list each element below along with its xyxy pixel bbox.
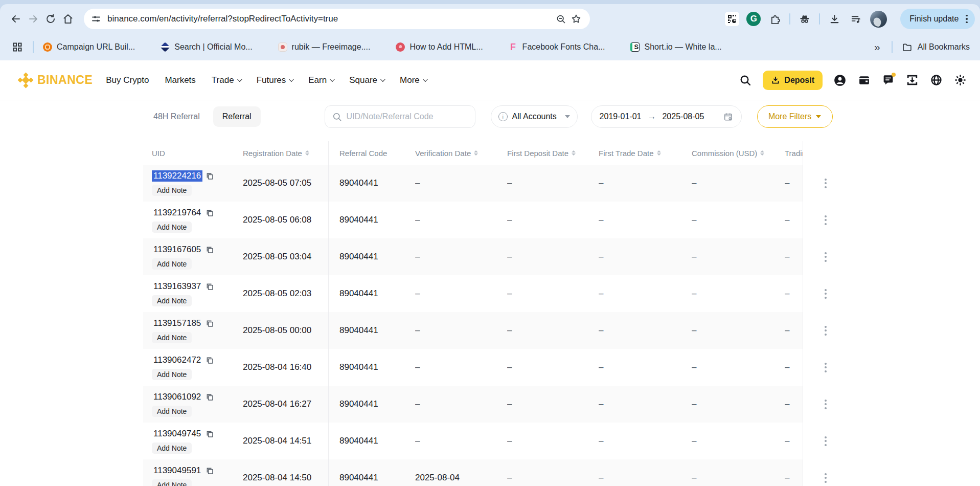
extensions-button[interactable] [768,12,782,26]
row-menu-button[interactable] [823,212,829,228]
uid-value[interactable]: 1139062472 [152,355,202,366]
back-button[interactable] [7,10,25,28]
bookmark-item[interactable]: Search | Official Mo... [161,42,252,52]
uid-value[interactable]: 1139163937 [152,281,202,292]
search-input[interactable] [347,112,468,121]
bookmark-item[interactable]: Campaign URL Buil... [43,42,135,52]
copy-icon[interactable] [206,246,214,254]
sort-icon[interactable] [760,150,764,156]
column-header[interactable]: First Deposit Date [507,149,599,158]
copy-icon[interactable] [206,319,214,328]
column-header[interactable]: UID [143,149,243,158]
row-menu-button[interactable] [823,433,829,449]
uid-value[interactable]: 1139061092 [152,391,202,403]
row-menu-button[interactable] [823,396,829,412]
accounts-filter[interactable]: i All Accounts [491,105,578,128]
forward-button[interactable] [25,10,42,28]
tab-referral[interactable]: Referral [213,106,261,127]
add-note-button[interactable]: Add Note [152,222,192,233]
add-note-button[interactable]: Add Note [152,443,192,454]
media-controls-button[interactable] [849,12,863,26]
bookmarks-overflow-button[interactable]: » [872,42,882,52]
qr-extension-button[interactable] [725,12,739,26]
add-note-button[interactable]: Add Note [152,185,192,196]
home-button[interactable] [59,10,77,28]
browser-menu-icon[interactable] [964,13,970,26]
nav-item[interactable]: More [400,75,426,85]
add-note-button[interactable]: Add Note [152,406,192,417]
copy-icon[interactable] [206,282,214,291]
copy-icon[interactable] [206,430,214,438]
row-menu-button[interactable] [823,175,829,191]
transfer-button[interactable] [905,74,919,87]
row-menu-button[interactable] [823,470,829,486]
add-note-button[interactable]: Add Note [152,332,192,343]
bookmark-item[interactable]: rubik — Freeimage.... [278,42,371,52]
finish-update-button[interactable]: Finish update [900,9,975,29]
downloads-button[interactable] [827,12,841,26]
row-menu-button[interactable] [823,249,829,265]
nav-item[interactable]: Trade [212,75,241,85]
bookmark-item[interactable]: Facebook Fonts Cha... [509,42,605,52]
row-menu-button[interactable] [823,286,829,302]
add-note-button[interactable]: Add Note [152,258,192,270]
tab-48h-referral[interactable]: 48H Referral [153,112,200,121]
apps-button[interactable] [10,40,25,54]
sort-icon[interactable] [474,150,478,156]
uid-value[interactable]: 1139049591 [152,465,202,476]
add-note-button[interactable]: Add Note [152,369,192,380]
grammarly-extension-button[interactable]: G [746,12,761,26]
nav-item[interactable]: Square [349,75,384,85]
sort-icon[interactable] [657,150,661,156]
table-row: 1139224216 Add Note 2025-08-05 07:05 890… [143,165,835,202]
copy-icon[interactable] [206,393,214,402]
referral-search[interactable] [325,105,475,128]
sort-icon[interactable] [572,150,576,156]
copy-icon[interactable] [206,467,214,475]
nav-item[interactable]: Buy Crypto [106,75,149,85]
copy-icon[interactable] [206,209,214,217]
column-header[interactable]: Commission (USD) [692,149,785,158]
sort-icon[interactable] [305,150,309,156]
uid-value[interactable]: 1139219764 [152,207,202,218]
address-bar[interactable]: binance.com/en/activity/referral?stopRed… [84,9,590,29]
deposit-button[interactable]: Deposit [763,71,823,90]
profile-avatar[interactable] [870,11,887,28]
bookmark-star-button[interactable] [568,11,584,27]
row-menu-button[interactable] [823,360,829,375]
reload-button[interactable] [42,10,59,28]
column-header[interactable]: Registration Date [243,149,328,158]
bookmark-item[interactable]: Short.io — White la... [630,42,721,52]
profile-button[interactable] [833,74,847,87]
uid-value[interactable]: 1139157185 [152,318,202,329]
copy-icon[interactable] [206,356,214,365]
nav-item[interactable]: Markets [165,75,195,85]
wallet-button[interactable] [857,74,871,87]
add-note-button[interactable]: Add Note [152,479,192,486]
nav-item[interactable]: Futures [257,75,293,85]
url-text[interactable]: binance.com/en/activity/referral?stopRed… [107,14,553,24]
column-header[interactable]: First Trade Date [599,149,692,158]
bookmark-item[interactable]: How to Add HTML... [396,42,483,52]
add-note-button[interactable]: Add Note [152,295,192,306]
all-bookmarks-button[interactable]: All Bookmarks [902,42,970,53]
site-settings-icon[interactable] [91,14,101,24]
support-chat-button[interactable] [881,74,895,87]
theme-toggle-button[interactable] [953,74,967,87]
row-menu-button[interactable] [823,323,829,339]
more-filters-button[interactable]: More Filters [757,105,833,128]
uid-value[interactable]: 1139167605 [152,244,202,255]
zoom-out-button[interactable] [553,11,568,27]
language-button[interactable] [929,74,943,87]
column-header[interactable]: Referral Code [328,149,415,158]
uid-value[interactable]: 1139049745 [152,428,202,439]
column-header[interactable]: Trading [785,149,803,158]
site-search-button[interactable] [739,74,752,87]
date-range-filter[interactable]: 2019-01-01 → 2025-08-05 [591,105,742,128]
copy-icon[interactable] [206,172,214,181]
column-header[interactable]: Verification Date [415,149,507,158]
incognito-extension-button[interactable] [797,12,812,26]
uid-value[interactable]: 1139224216 [152,170,202,182]
binance-logo[interactable]: BINANCE [18,73,93,87]
nav-item[interactable]: Earn [308,75,333,85]
